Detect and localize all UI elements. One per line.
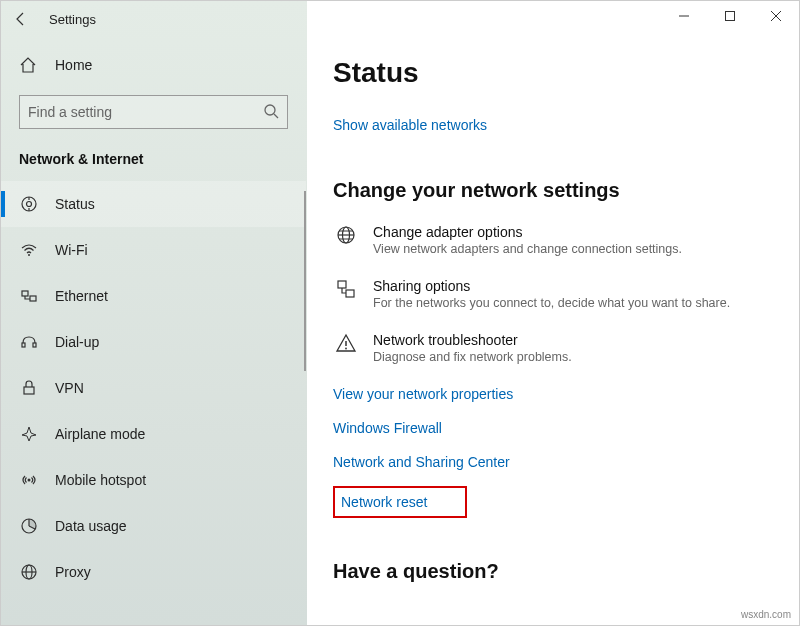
- maximize-button[interactable]: [707, 1, 753, 31]
- hotspot-icon: [19, 471, 39, 489]
- row-title: Change adapter options: [373, 224, 773, 240]
- link-show-networks[interactable]: Show available networks: [333, 117, 487, 133]
- nav-item-airplane[interactable]: Airplane mode: [1, 411, 306, 457]
- link-sharing-center[interactable]: Network and Sharing Center: [333, 454, 773, 470]
- svg-point-7: [27, 202, 32, 207]
- svg-rect-28: [338, 281, 346, 288]
- svg-point-4: [265, 105, 275, 115]
- search-box[interactable]: [19, 95, 288, 129]
- link-network-reset[interactable]: Network reset: [341, 494, 427, 510]
- svg-line-5: [274, 114, 278, 118]
- search-input[interactable]: [28, 104, 263, 120]
- status-icon: [19, 195, 39, 213]
- warning-icon: [333, 332, 359, 354]
- back-button[interactable]: [1, 1, 41, 37]
- dialup-icon: [19, 333, 39, 351]
- nav-label: Data usage: [55, 518, 127, 534]
- search-icon: [263, 103, 279, 122]
- main-content: Status Show available networks Change yo…: [307, 1, 799, 625]
- nav-item-dialup[interactable]: Dial-up: [1, 319, 306, 365]
- watermark: wsxdn.com: [741, 609, 791, 620]
- highlight-box: Network reset: [333, 486, 467, 518]
- row-title: Sharing options: [373, 278, 773, 294]
- row-sharing-options[interactable]: Sharing options For the networks you con…: [333, 278, 773, 310]
- svg-rect-1: [726, 12, 735, 21]
- nav-label: Airplane mode: [55, 426, 145, 442]
- vpn-icon: [19, 379, 39, 397]
- category-header: Network & Internet: [1, 143, 306, 181]
- nav-item-ethernet[interactable]: Ethernet: [1, 273, 306, 319]
- svg-rect-11: [22, 291, 28, 296]
- sharing-icon: [333, 278, 359, 300]
- home-label: Home: [55, 57, 92, 73]
- row-adapter-options[interactable]: Change adapter options View network adap…: [333, 224, 773, 256]
- title-bar: Settings: [1, 1, 799, 37]
- row-desc: Diagnose and fix network problems.: [373, 350, 773, 364]
- section-change-settings: Change your network settings: [333, 179, 773, 202]
- link-firewall[interactable]: Windows Firewall: [333, 420, 773, 436]
- wifi-icon: [19, 241, 39, 259]
- row-desc: For the networks you connect to, decide …: [373, 296, 773, 310]
- nav-item-vpn[interactable]: VPN: [1, 365, 306, 411]
- svg-point-10: [28, 254, 30, 256]
- nav-label: Mobile hotspot: [55, 472, 146, 488]
- window-title: Settings: [41, 12, 96, 27]
- section-question: Have a question?: [333, 560, 773, 583]
- nav-label: Dial-up: [55, 334, 99, 350]
- ethernet-icon: [19, 287, 39, 305]
- svg-rect-14: [33, 343, 36, 347]
- airplane-icon: [19, 425, 39, 443]
- nav-item-proxy[interactable]: Proxy: [1, 549, 306, 595]
- nav-item-wifi[interactable]: Wi-Fi: [1, 227, 306, 273]
- settings-window: Settings Home: [0, 0, 800, 626]
- page-title: Status: [333, 57, 773, 89]
- home-icon: [19, 56, 39, 74]
- nav-label: Status: [55, 196, 95, 212]
- svg-rect-12: [30, 296, 36, 301]
- nav-item-status[interactable]: Status: [1, 181, 306, 227]
- adapter-icon: [333, 224, 359, 246]
- svg-rect-15: [24, 387, 34, 394]
- nav-item-hotspot[interactable]: Mobile hotspot: [1, 457, 306, 503]
- nav-label: VPN: [55, 380, 84, 396]
- nav-label: Proxy: [55, 564, 91, 580]
- data-icon: [19, 517, 39, 535]
- link-view-properties[interactable]: View your network properties: [333, 386, 773, 402]
- sidebar-scrollbar[interactable]: [304, 191, 306, 371]
- proxy-icon: [19, 563, 39, 581]
- row-desc: View network adapters and change connect…: [373, 242, 773, 256]
- svg-point-31: [345, 348, 347, 350]
- window-controls: [661, 1, 799, 31]
- minimize-button[interactable]: [661, 1, 707, 31]
- sidebar: Home Network & Internet Status Wi-Fi: [1, 1, 307, 625]
- svg-rect-13: [22, 343, 25, 347]
- close-button[interactable]: [753, 1, 799, 31]
- svg-point-16: [28, 479, 31, 482]
- home-link[interactable]: Home: [1, 45, 306, 85]
- nav-label: Ethernet: [55, 288, 108, 304]
- nav-item-data[interactable]: Data usage: [1, 503, 306, 549]
- svg-rect-29: [346, 290, 354, 297]
- row-title: Network troubleshooter: [373, 332, 773, 348]
- nav-label: Wi-Fi: [55, 242, 88, 258]
- row-troubleshooter[interactable]: Network troubleshooter Diagnose and fix …: [333, 332, 773, 364]
